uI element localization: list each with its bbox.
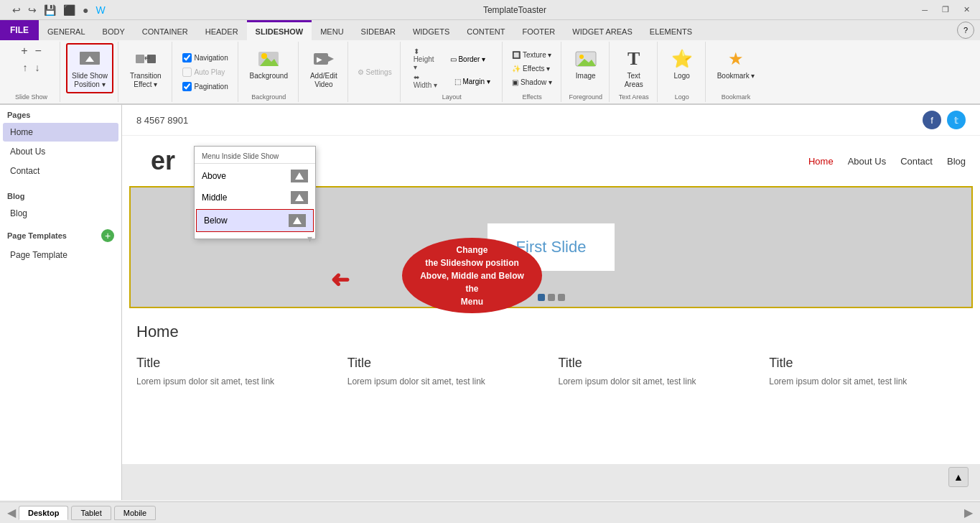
ribbon-tabs: FILE GENERAL BODY CONTAINER HEADER SLIDE… [0, 20, 980, 40]
tooltip-text: Changethe Slideshow positionAbove, Middl… [413, 244, 531, 308]
svg-rect-2 [136, 55, 144, 63]
scroll-left-button[interactable]: ◀ [7, 506, 16, 519]
nav-blog[interactable]: Blog [947, 156, 966, 167]
tab-mobile[interactable]: Mobile [114, 506, 156, 520]
nav-contact[interactable]: Contact [900, 156, 933, 167]
width-row: ⬌ Width ▾ ⬚ Margin ▾ [414, 73, 490, 89]
content-grid: Title Lorem ipsum dolor sit amet, test l… [136, 356, 966, 387]
col-3-text: Lorem ipsum dolor sit amet, test link [559, 376, 755, 387]
tab-footer[interactable]: FOOTER [513, 20, 564, 40]
ribbon-content: + − ↑ ↓ Slide Show Slide ShowPosition ▾ [0, 40, 980, 105]
tab-widget-areas[interactable]: WIDGET AREAS [564, 20, 641, 40]
bookmark-button[interactable]: ★ Bookmark ▾ [711, 43, 761, 84]
scroll-up-button[interactable]: ▲ [948, 467, 969, 487]
wordpress-button[interactable]: W [93, 3, 107, 17]
pages-section-title: Pages [0, 105, 121, 122]
file-tab[interactable]: FILE [0, 20, 39, 40]
dropdown-below-label: Below [204, 216, 228, 226]
tab-body[interactable]: BODY [94, 20, 134, 40]
tab-slideshow[interactable]: SLIDESHOW [247, 20, 312, 40]
text-areas-button[interactable]: T TextAreas [615, 43, 653, 93]
dropdown-scroll-down[interactable]: ▾ [307, 233, 312, 234]
quick-access-toolbar: ↩ ↪ 💾 ⬛ ● W [6, 1, 112, 19]
image-button[interactable]: Image [567, 43, 605, 84]
foreground-label: Foreground [569, 93, 602, 101]
tab-widgets[interactable]: WIDGETS [404, 20, 458, 40]
slideshow-up-button[interactable]: ↑ [21, 60, 30, 75]
redo-button[interactable]: ↪ [26, 3, 39, 17]
slideshow-down-button[interactable]: ↓ [33, 60, 42, 75]
navigation-checkbox[interactable]: Navigation [179, 51, 231, 65]
tab-sidebar[interactable]: SIDEBAR [353, 20, 404, 40]
settings-button[interactable]: ⚙ Settings [354, 66, 396, 78]
slideshow-add-button[interactable]: + [19, 43, 29, 59]
background-icon [257, 47, 280, 70]
image-icon [574, 47, 597, 70]
texture-button[interactable]: 🔲 Texture ▾ [508, 49, 556, 61]
sidebar-item-blog[interactable]: Blog [3, 204, 118, 223]
minimize-button[interactable]: ─ [918, 4, 932, 16]
tab-menu[interactable]: MENU [312, 20, 352, 40]
slide-dot-3[interactable] [558, 294, 565, 301]
blog-section-title: Blog [0, 186, 121, 203]
window-controls: ─ ❐ ✕ [918, 4, 974, 16]
sidebar-item-about-us[interactable]: About Us [3, 142, 118, 161]
navigation-group: Navigation Auto Play Pagination [174, 42, 238, 102]
svg-text:⇄: ⇄ [144, 54, 150, 62]
stop-button[interactable]: ⬛ [61, 3, 78, 17]
dropdown-item-middle[interactable]: Middle [195, 187, 315, 208]
restore-button[interactable]: ❐ [938, 4, 953, 16]
title-bar-left: ↩ ↪ 💾 ⬛ ● W [6, 1, 112, 19]
tab-elements[interactable]: ELEMENTS [641, 20, 701, 40]
slideshow-remove-button[interactable]: − [33, 43, 44, 59]
background-button[interactable]: Background [244, 43, 294, 84]
facebook-icon[interactable]: f [923, 111, 941, 129]
title-bar: ↩ ↪ 💾 ⬛ ● W TemplateToaster ─ ❐ ✕ [0, 0, 980, 20]
nav-about[interactable]: About Us [848, 156, 886, 167]
bookmark-group-label: Bookmark [722, 93, 751, 101]
slide-show-position-group: Slide ShowPosition ▾ [62, 42, 118, 102]
text-areas-icon: T [622, 47, 645, 70]
help-button[interactable]: ? [957, 22, 974, 39]
logo-group-label: Logo [675, 93, 689, 101]
tab-tablet[interactable]: Tablet [71, 506, 111, 520]
tab-header[interactable]: HEADER [197, 20, 247, 40]
transition-effect-button[interactable]: ⇄ TransitionEffect ▾ [124, 43, 167, 93]
content-col-2: Title Lorem ipsum dolor sit amet, test l… [347, 356, 544, 387]
sidebar-item-home[interactable]: Home [3, 123, 118, 142]
page-templates-title: Page Templates [7, 231, 67, 240]
auto-play-checkbox[interactable]: Auto Play [179, 65, 231, 79]
add-edit-video-icon: ▶ [312, 47, 335, 70]
dropdown-header: Menu Inside Slide Show [195, 149, 315, 164]
sidebar-item-contact[interactable]: Contact [3, 162, 118, 180]
tab-container[interactable]: CONTAINER [134, 20, 197, 40]
height-label: ⬍ Height ▾ [414, 47, 439, 71]
dropdown-item-below[interactable]: Below [196, 209, 314, 232]
transition-effect-icon: ⇄ [134, 47, 157, 70]
nav-home[interactable]: Home [808, 156, 834, 167]
logo-button[interactable]: ⭐ Logo [663, 43, 701, 84]
save-button[interactable]: 💾 [42, 3, 58, 17]
tab-general[interactable]: GENERAL [39, 20, 94, 40]
tab-content[interactable]: CONTENT [458, 20, 513, 40]
dropdown-item-above[interactable]: Above [195, 165, 315, 187]
effects-button[interactable]: ✨ Effects ▾ [508, 63, 556, 75]
svg-point-12 [579, 55, 584, 59]
close-button[interactable]: ✕ [959, 4, 974, 16]
sidebar-item-page-template[interactable]: Page Template [3, 246, 118, 264]
shadow-button[interactable]: ▣ Shadow ▾ [508, 76, 556, 88]
add-edit-video-button[interactable]: ▶ Add/EditVideo [304, 43, 343, 93]
slide-show-position-button[interactable]: Slide ShowPosition ▾ [66, 43, 113, 93]
record-button[interactable]: ● [80, 3, 90, 17]
add-edit-video-group: ▶ Add/EditVideo [300, 42, 348, 102]
twitter-icon[interactable]: 𝕥 [947, 111, 966, 129]
add-page-template-button[interactable]: + [101, 229, 114, 242]
social-icons: f 𝕥 [923, 111, 966, 129]
scroll-right-button[interactable]: ▶ [964, 506, 973, 519]
undo-button[interactable]: ↩ [10, 3, 23, 17]
pagination-checkbox[interactable]: Pagination [179, 80, 231, 93]
page-templates-section-header: Page Templates + [0, 223, 121, 245]
tab-desktop[interactable]: Desktop [19, 506, 68, 520]
slide-dot-2[interactable] [548, 294, 555, 301]
background-label: Background [250, 72, 288, 80]
